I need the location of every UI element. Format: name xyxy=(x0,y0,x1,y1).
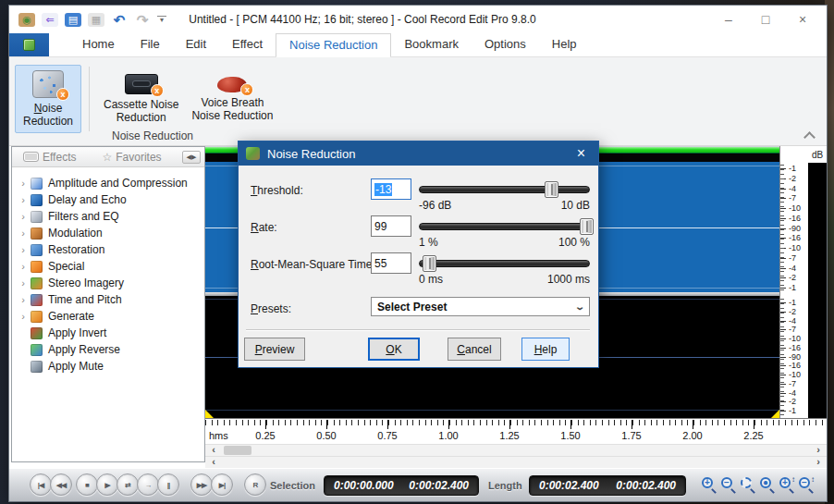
db-scale-label: -16 xyxy=(780,362,808,370)
ribbon-tabs: HomeFileEditEffectNoise ReductionBookmar… xyxy=(69,33,590,56)
sidebar-tab-favorites[interactable]: ☆ Favorites xyxy=(102,151,161,164)
amplitude-icon xyxy=(31,178,43,190)
presets-dropdown[interactable]: Select Preset ⌄ xyxy=(371,297,590,316)
sidebar-tab-effects[interactable]: Effects xyxy=(23,151,76,164)
stop-button[interactable]: ■ xyxy=(76,473,98,496)
tree-item-filters-and-eq[interactable]: ›Filters and EQ xyxy=(18,208,204,225)
db-scale-label: -7 xyxy=(780,326,808,334)
tree-item-stereo-imagery[interactable]: ›Stereo Imagery xyxy=(18,275,204,291)
selection-end-marker-bottom[interactable] xyxy=(771,410,779,418)
tree-item-apply-mute[interactable]: Apply Mute xyxy=(18,358,204,375)
scroll-right-icon[interactable]: › xyxy=(812,445,825,456)
scroll-left-icon[interactable]: ‹ xyxy=(207,457,220,468)
ribbon-button-voice-breath-noise-reduction[interactable]: xVoice Breath Noise Reduction xyxy=(185,65,279,133)
time-label: 2.25 xyxy=(743,430,763,441)
tree-item-apply-reverse[interactable]: Apply Reverse xyxy=(18,341,204,358)
minimize-button[interactable]: – xyxy=(710,6,747,33)
tree-item-time-and-pitch[interactable]: ›Time and Pitch xyxy=(18,291,204,308)
zoom-in-button[interactable]: + xyxy=(701,476,717,493)
db-scale-label: -16 xyxy=(780,234,808,242)
tree-item-restoration[interactable]: ›Restoration xyxy=(18,241,204,258)
dialog-title-bar[interactable]: Noise Reduction × xyxy=(239,141,598,166)
slider-track-threshold[interactable] xyxy=(419,186,590,193)
ok-button[interactable]: OK xyxy=(368,338,420,361)
expand-chevron-icon[interactable]: › xyxy=(18,227,29,239)
selection-start-marker-bottom[interactable] xyxy=(205,410,214,418)
time-label: 1.50 xyxy=(560,430,580,441)
close-button[interactable]: × xyxy=(784,6,821,33)
help-button[interactable]: Help xyxy=(521,338,570,361)
tree-item-delay-and-echo[interactable]: ›Delay and Echo xyxy=(18,191,204,208)
expand-chevron-icon[interactable]: › xyxy=(18,244,29,255)
magnifier-icon: ● xyxy=(760,477,771,488)
time-ruler[interactable]: hms 0.250.500.751.001.251.501.752.002.25 xyxy=(205,418,827,444)
sidebar-pager-icon[interactable]: ◀▶ xyxy=(182,151,201,164)
tree-item-modulation[interactable]: ›Modulation xyxy=(18,225,204,241)
ribbon-button-noise-reduction[interactable]: xNoise Reduction xyxy=(15,65,81,133)
field-input-threshold[interactable]: -13 xyxy=(371,178,411,200)
maximize-button[interactable]: □ xyxy=(747,6,784,33)
expand-chevron-icon[interactable]: › xyxy=(18,294,29,305)
dialog-close-icon[interactable]: × xyxy=(571,146,591,161)
rewind-button[interactable]: ◀◀ xyxy=(50,473,72,496)
fast-forward-button[interactable]: ▶▶ xyxy=(190,473,213,496)
loop-play-button[interactable]: ⇄ xyxy=(117,473,139,496)
db-scale-label: -16 xyxy=(780,344,808,352)
field-input-rate[interactable]: 99 xyxy=(371,215,411,237)
expand-chevron-icon[interactable]: › xyxy=(18,178,29,189)
tree-item-special[interactable]: ›Special xyxy=(18,258,204,275)
vertical-zoom-out-button[interactable]: − xyxy=(798,476,815,493)
go-to-end-button[interactable]: ▶| xyxy=(211,473,233,496)
noise-reduction-dialog: Noise Reduction × Threshold:-13-96 dB10 … xyxy=(238,141,599,368)
record-button[interactable]: R xyxy=(244,473,266,496)
cancel-button[interactable]: Cancel xyxy=(448,338,501,361)
tree-item-apply-invert[interactable]: Apply Invert xyxy=(18,325,204,341)
remove-noise-badge-icon: x xyxy=(56,88,69,101)
tab-edit[interactable]: Edit xyxy=(173,33,219,56)
tree-item-amplitude-and-compression[interactable]: ›Amplitude and Compression xyxy=(18,175,204,191)
scroll-left-icon[interactable]: ‹ xyxy=(207,445,220,456)
time-unit-label: hms xyxy=(209,430,228,441)
tab-options[interactable]: Options xyxy=(472,33,539,56)
scrollbar-thumb[interactable] xyxy=(224,446,251,455)
play-button[interactable]: ▶ xyxy=(96,473,118,496)
slider-track-root-mean-square-time[interactable] xyxy=(419,260,590,267)
tab-bookmark[interactable]: Bookmark xyxy=(391,33,472,56)
zoom-full-button[interactable]: ● xyxy=(759,476,776,493)
pause-button[interactable]: || xyxy=(157,473,179,496)
slider-handle[interactable] xyxy=(423,255,436,272)
slider-handle[interactable] xyxy=(545,181,558,198)
tab-file[interactable]: File xyxy=(128,33,173,56)
slider-track-rate[interactable] xyxy=(419,223,590,230)
app-cube-icon xyxy=(23,39,35,51)
field-input-root-mean-square-time[interactable]: 55 xyxy=(371,252,411,274)
special-icon xyxy=(31,261,43,273)
go-to-start-button[interactable]: |◀ xyxy=(30,473,52,496)
zoom-to-selection-button[interactable] xyxy=(740,476,756,493)
vertical-zoom-in-button[interactable]: + xyxy=(779,476,795,493)
horizontal-scrollbar[interactable]: ‹ › xyxy=(205,444,827,456)
expand-chevron-icon[interactable]: › xyxy=(18,211,29,222)
play-selection-button[interactable]: → xyxy=(137,473,159,496)
preview-button[interactable]: Preview xyxy=(244,338,305,361)
ribbon-button-cassette-noise-reduction[interactable]: xCassette Noise Reduction xyxy=(97,65,185,133)
stereo-imagery-icon xyxy=(31,277,43,289)
collapse-ribbon-icon[interactable] xyxy=(803,131,816,143)
expand-chevron-icon[interactable]: › xyxy=(18,194,29,205)
expand-chevron-icon[interactable]: › xyxy=(18,277,29,289)
length-total: 0:00:02.400 xyxy=(616,479,676,492)
zoom-out-button[interactable]: − xyxy=(720,476,737,493)
secondary-scrollbar[interactable]: ‹ › xyxy=(205,456,827,468)
app-menu-button[interactable] xyxy=(9,33,49,56)
slider-handle[interactable] xyxy=(580,218,594,235)
tab-noise-reduction[interactable]: Noise Reduction xyxy=(276,33,391,56)
expand-chevron-icon[interactable]: › xyxy=(18,311,29,322)
tab-help[interactable]: Help xyxy=(539,33,590,56)
tab-home[interactable]: Home xyxy=(69,33,128,56)
tab-effect[interactable]: Effect xyxy=(219,33,276,56)
major-tick xyxy=(448,420,449,429)
tree-item-generate[interactable]: ›Generate xyxy=(18,308,204,325)
expand-chevron-icon[interactable]: › xyxy=(18,261,29,272)
selection-label: Selection xyxy=(270,480,315,491)
scroll-right-icon[interactable]: › xyxy=(812,457,825,468)
